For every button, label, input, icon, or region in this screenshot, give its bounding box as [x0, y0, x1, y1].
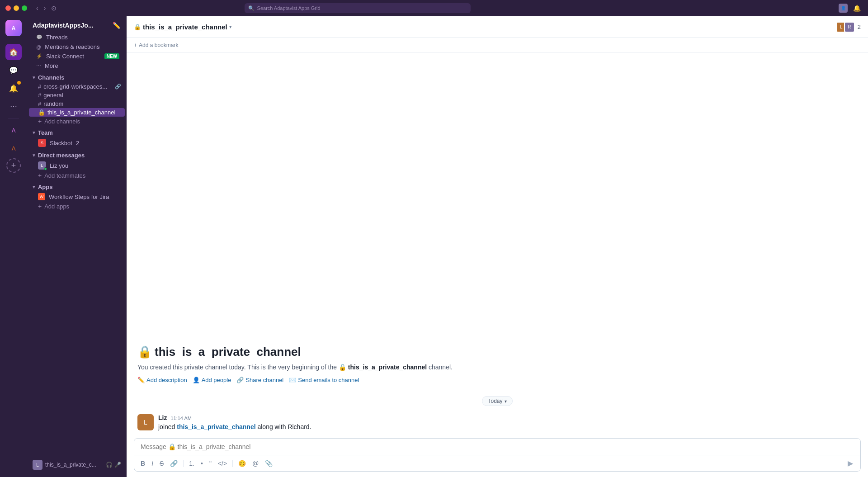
channel-random[interactable]: # random	[29, 99, 125, 108]
send-emails-link[interactable]: ✉️ Send emails to channel	[289, 377, 359, 383]
notification-button[interactable]: 🔔	[851, 4, 863, 13]
apps-section-header[interactable]: ▼ Apps	[27, 180, 127, 192]
rail-app-1[interactable]: A	[5, 122, 22, 138]
compose-button[interactable]: ✏️	[112, 21, 121, 30]
search-bar[interactable]: 🔍 Search Adaptavist Apps Grid	[245, 3, 471, 13]
forward-button[interactable]: ›	[42, 4, 48, 13]
workspace-avatar[interactable]: A	[5, 20, 22, 36]
message-header: Liz 11:14 AM	[158, 414, 857, 421]
rail-more[interactable]: ⋯	[5, 98, 22, 114]
unordered-list-button[interactable]: •	[198, 458, 206, 469]
history-button[interactable]: ⊙	[49, 4, 58, 13]
footer-channel-name: this_is_a_private_c...	[45, 462, 96, 468]
app-workflow-jira[interactable]: W Workflow Steps for Jira	[29, 192, 125, 202]
italic-button[interactable]: I	[149, 458, 156, 469]
channel-header: 🔒 this_is_a_private_channel ▾ L R 2	[127, 16, 868, 38]
rail-home[interactable]: 🏠	[5, 44, 22, 60]
send-emails-label: Send emails to channel	[298, 377, 359, 383]
channels-chevron: ▼	[32, 75, 36, 80]
channel-general[interactable]: # general	[29, 91, 125, 99]
app-body: A 🏠 💬 🔔 ⋯ A A + AdaptavistAppsJo... ✏️ 💬…	[0, 16, 868, 477]
liz-avatar: L	[38, 161, 46, 170]
liz-name: Liz you	[50, 162, 68, 169]
workspace-name[interactable]: AdaptavistAppsJo...	[33, 22, 94, 29]
footer-headphones-icon[interactable]: 🎧	[106, 462, 113, 468]
dm-section-title: Direct messages	[38, 152, 85, 159]
emoji-button[interactable]: 😊	[236, 458, 249, 469]
add-bookmark-button[interactable]: + Add a bookmark	[134, 42, 178, 48]
strikethrough-button[interactable]: S	[157, 458, 166, 469]
dm-liz[interactable]: L Liz you	[29, 160, 125, 171]
close-button[interactable]	[5, 5, 11, 11]
add-description-link[interactable]: ✏️ Add description	[137, 377, 187, 383]
message-channel-ref: this_is_a_private_channel	[177, 423, 255, 430]
add-channels-item[interactable]: + Add channels	[29, 117, 125, 126]
sidebar: AdaptavistAppsJo... ✏️ 💬 Threads @ Menti…	[27, 16, 127, 477]
slackbot-badge: 2	[76, 140, 79, 146]
date-badge[interactable]: Today ▾	[482, 396, 512, 406]
team-section-title: Team	[38, 129, 53, 136]
minimize-button[interactable]	[14, 5, 19, 11]
channels-section-header[interactable]: ▼ Channels	[27, 71, 127, 82]
channel-intro-title: 🔒 this_is_a_private_channel	[137, 345, 857, 359]
more-icon: ⋯	[36, 63, 41, 69]
header-right: L R 2	[838, 22, 861, 33]
channels-section-title: Channels	[38, 74, 65, 81]
footer-mic-icon[interactable]: 🎤	[114, 462, 121, 468]
add-apps-icon: +	[38, 203, 42, 210]
add-channels-icon: +	[38, 118, 42, 125]
channel-title-area[interactable]: 🔒 this_is_a_private_channel ▾	[134, 23, 232, 31]
channel-private[interactable]: 🔒 this_is_a_private_channel	[29, 108, 125, 117]
channel-hash-icon: #	[38, 83, 41, 90]
sidebar-item-mentions[interactable]: @ Mentions & reactions	[29, 42, 125, 52]
channel-dropdown-icon: ▾	[229, 24, 232, 30]
slackbot-avatar: S	[38, 139, 46, 147]
sidebar-item-slack-connect[interactable]: ⚡ Slack Connect NEW	[29, 52, 125, 61]
link-button[interactable]: 🔗	[167, 458, 180, 469]
search-placeholder: Search Adaptavist Apps Grid	[257, 5, 321, 11]
icon-rail: A 🏠 💬 🔔 ⋯ A A +	[0, 16, 27, 477]
footer-icons: 🎧 🎤	[106, 462, 121, 468]
add-people-label: Add people	[202, 377, 231, 383]
sidebar-footer[interactable]: L this_is_a_private_c... 🎧 🎤	[27, 456, 127, 473]
add-people-link[interactable]: 👤 Add people	[193, 377, 231, 383]
sidebar-item-threads[interactable]: 💬 Threads	[29, 33, 125, 42]
attach-button[interactable]: 📎	[262, 458, 275, 469]
sidebar-item-more[interactable]: ⋯ More	[29, 61, 125, 71]
share-channel-link[interactable]: 🔗 Share channel	[236, 377, 283, 383]
ordered-list-button[interactable]: 1.	[186, 458, 197, 469]
rail-dms[interactable]: 💬	[5, 62, 22, 78]
message-row: L Liz 11:14 AM joined this_is_a_private_…	[127, 411, 868, 434]
blockquote-button[interactable]: "	[207, 458, 214, 469]
code-button[interactable]: </>	[215, 458, 230, 469]
member-avatars[interactable]: L R 2	[838, 22, 861, 33]
rail-add-workspace[interactable]: +	[6, 158, 21, 173]
channel-name-general: general	[43, 92, 63, 99]
member-avatar-2: R	[844, 22, 855, 33]
nav-buttons: ‹ › ⊙	[34, 4, 58, 13]
bold-button[interactable]: B	[138, 458, 148, 469]
rail-activity[interactable]: 🔔	[5, 80, 22, 96]
add-apps-item[interactable]: + Add apps	[29, 202, 125, 211]
date-divider: Today ▾	[127, 391, 868, 411]
channel-cross-grid[interactable]: # cross-grid-workspaces... 🔗	[29, 82, 125, 91]
mentions-icon: @	[36, 44, 41, 50]
intro-lock-ref: 🔒	[339, 364, 348, 371]
channel-extra-icons: 🔗	[115, 84, 121, 90]
activity-badge	[17, 81, 21, 85]
back-button[interactable]: ‹	[34, 4, 40, 13]
main-content: 🔒 this_is_a_private_channel ▾ L R 2 + Ad…	[127, 16, 868, 477]
send-button[interactable]: ▶	[844, 457, 857, 469]
at-button[interactable]: @	[250, 458, 261, 469]
dm-section-header[interactable]: ▼ Direct messages	[27, 148, 127, 160]
compose-input[interactable]	[134, 439, 860, 455]
rail-app-2[interactable]: A	[5, 140, 22, 156]
channel-intro-links: ✏️ Add description 👤 Add people 🔗 Share …	[137, 377, 857, 383]
channel-header-name: this_is_a_private_channel	[143, 23, 227, 31]
slack-connect-icon: ⚡	[36, 53, 42, 59]
dm-slackbot[interactable]: S Slackbot 2	[29, 137, 125, 148]
team-section-header[interactable]: ▼ Team	[27, 126, 127, 137]
date-chevron-icon: ▾	[505, 399, 507, 404]
maximize-button[interactable]	[22, 5, 27, 11]
add-teammates-item[interactable]: + Add teammates	[29, 171, 125, 180]
